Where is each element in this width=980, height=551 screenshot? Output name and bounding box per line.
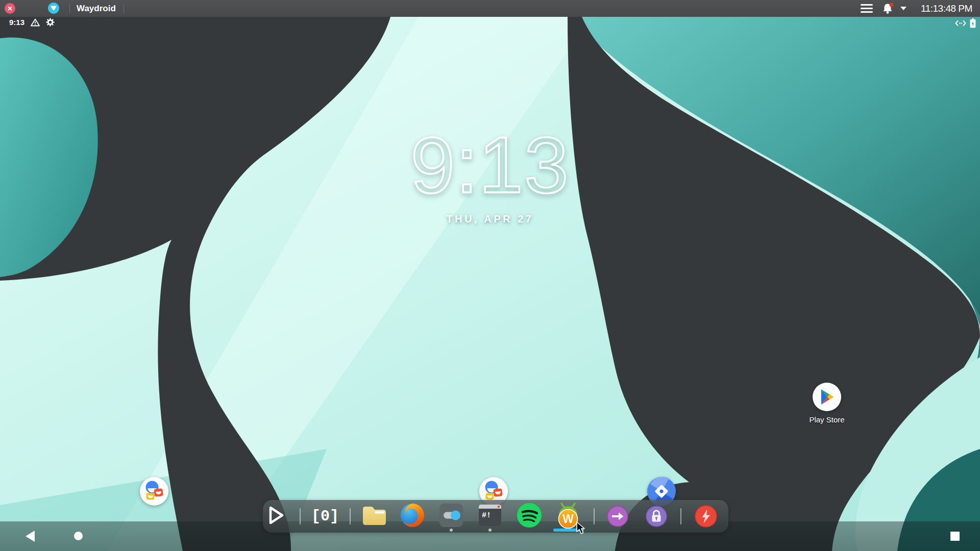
titlebar-clock: 11:13:48 PM [921, 3, 972, 14]
dock-logout-button[interactable] [607, 506, 628, 527]
dock: [0] [263, 500, 728, 533]
notifications-bell-icon[interactable] [882, 3, 894, 16]
android-status-bar[interactable]: 9:13 [0, 17, 980, 29]
mouse-cursor [576, 521, 587, 535]
dock-launch-button[interactable] [267, 505, 285, 528]
menu-icon[interactable] [861, 4, 873, 13]
faces-app-icon [139, 477, 169, 506]
status-clock: 9:13 [9, 18, 24, 27]
power-bolt-icon [695, 505, 717, 528]
settings-gear-icon [46, 18, 55, 27]
titlebar-separator [69, 4, 70, 13]
dock-terminal-button[interactable]: #! [478, 504, 502, 529]
logout-arrow-icon [607, 506, 628, 527]
titlebar-separator [124, 4, 124, 13]
spotify-icon [517, 503, 542, 528]
window-titlebar: ✕ Waydroid 11:13:48 PM [0, 0, 980, 17]
nav-recents-button[interactable] [950, 532, 960, 541]
dock-separator [350, 508, 351, 524]
running-indicator-dot [488, 529, 492, 532]
battery-charging-icon [970, 18, 976, 28]
dock-lock-button[interactable] [646, 506, 667, 527]
dock-toggles-button[interactable] [439, 504, 463, 529]
ethernet-icon [955, 19, 966, 27]
dock-separator [680, 508, 681, 524]
wallpaper [0, 17, 980, 551]
svg-text:#!: #! [482, 511, 491, 520]
firefox-icon [400, 503, 425, 528]
dock-file-manager-button[interactable] [361, 504, 387, 529]
running-indicator-dot [450, 529, 453, 532]
file-manager-folder-icon [361, 504, 387, 527]
shortcut-play-store[interactable]: Play Store [801, 382, 852, 424]
dock-power-button[interactable] [695, 505, 717, 528]
dock-workspace-indicator[interactable]: [0] [311, 508, 339, 525]
play-store-icon [812, 382, 842, 412]
toggles-app-icon [439, 504, 463, 527]
dropdown-caret-icon[interactable] [900, 7, 906, 10]
terminal-icon: #! [478, 504, 502, 527]
shortcut-label: Play Store [809, 415, 844, 424]
nav-back-button[interactable] [26, 531, 35, 542]
svg-text:W: W [562, 512, 574, 525]
close-icon[interactable]: ✕ [5, 3, 15, 14]
dock-separator [594, 508, 595, 524]
dock-separator [300, 508, 301, 524]
shortcut-faces-app-1[interactable] [129, 477, 180, 510]
android-screen: 9:13 [0, 17, 980, 551]
launch-play-icon [267, 505, 285, 525]
nav-home-button[interactable] [74, 532, 83, 540]
warning-icon [31, 18, 40, 27]
home-clock: 9:13 [0, 121, 980, 209]
dock-spotify-button[interactable] [517, 503, 542, 530]
window-title: Waydroid [77, 4, 116, 14]
lock-screen-icon [646, 506, 667, 527]
home-date: THU, APR 27 [0, 213, 980, 225]
waydroid-window: 9:13 [0, 0, 980, 551]
clock-widget: 9:13 THU, APR 27 [0, 121, 980, 225]
dock-firefox-button[interactable] [400, 503, 425, 530]
waydroid-logo-icon[interactable] [48, 3, 59, 14]
